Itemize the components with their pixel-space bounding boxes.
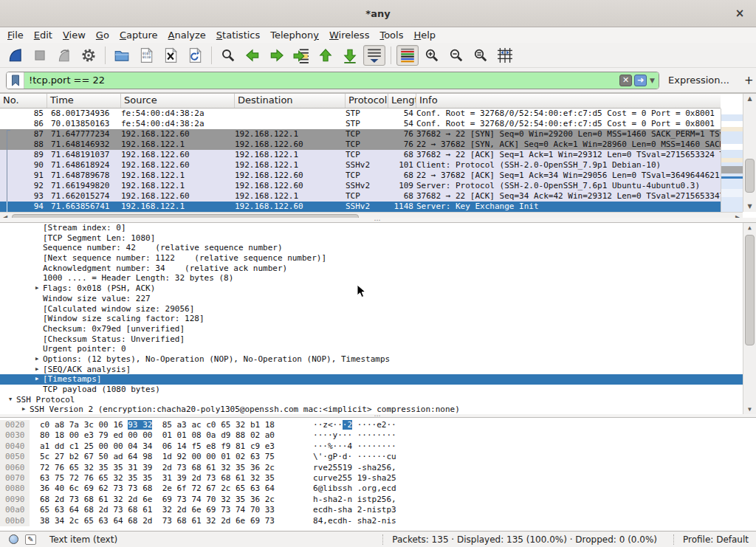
scroll-down-icon[interactable]: ▼ — [743, 202, 756, 212]
auto-scroll-icon[interactable] — [363, 45, 385, 66]
filter-apply-icon[interactable]: ➜ — [634, 75, 647, 86]
go-last-icon[interactable] — [339, 45, 361, 66]
zoom-out-icon[interactable] — [445, 45, 467, 66]
hex-row[interactable]: 0040a1 dd c1 25 00 00 04 34 06 14 f5 e8 … — [0, 441, 756, 452]
close-file-icon[interactable] — [159, 45, 182, 66]
detail-line[interactable]: ▶Flags: 0x018 (PSH, ACK) — [0, 283, 756, 294]
packet-row-87[interactable]: 8771.647777234192.168.122.60192.168.122.… — [0, 129, 721, 140]
open-file-icon[interactable] — [111, 45, 133, 66]
detail-line[interactable]: Urgent pointer: 0 — [0, 344, 756, 354]
hex-row[interactable]: 006072 76 65 32 35 35 31 39 2d 73 68 61 … — [0, 463, 756, 473]
detail-line[interactable]: [Stream index: 0] — [0, 223, 756, 233]
packet-row-93[interactable]: 9371.662015274192.168.122.60192.168.122.… — [0, 191, 721, 202]
scroll-down-icon[interactable]: ▼ — [743, 405, 756, 414]
close-icon[interactable]: × — [732, 6, 747, 21]
packet-row-94[interactable]: 9471.663856741192.168.122.1192.168.122.6… — [0, 202, 721, 212]
profile-button[interactable]: Profile: Default — [683, 534, 749, 545]
reload-file-icon[interactable] — [184, 45, 206, 66]
menu-edit[interactable]: Edit — [34, 30, 52, 41]
collapsed-arrow-icon[interactable]: ▶ — [31, 374, 43, 385]
menu-capture[interactable]: Capture — [120, 30, 158, 41]
scrollbar-thumb[interactable] — [745, 159, 755, 193]
display-filter-input[interactable] — [24, 75, 619, 86]
detail-line[interactable]: Acknowledgment number: 34 (relative ack … — [0, 264, 756, 274]
detail-line[interactable]: [TCP Segment Len: 1080] — [0, 233, 756, 244]
go-to-packet-icon[interactable] — [290, 45, 312, 66]
stop-capture-icon[interactable] — [29, 45, 51, 66]
expert-info-icon[interactable] — [9, 534, 18, 544]
go-back-icon[interactable] — [241, 45, 264, 66]
detail-line[interactable]: Checksum: 0x79ed [unverified] — [0, 324, 756, 334]
menu-analyze[interactable]: Analyze — [168, 30, 206, 41]
column-header-length[interactable]: Length — [388, 94, 416, 108]
hex-row[interactable]: 00a065 63 64 68 2d 73 68 61 32 2d 6e 69 … — [0, 505, 756, 515]
title-bar[interactable]: *any × — [0, 0, 756, 27]
column-header-protocol[interactable]: Protocol — [346, 94, 388, 108]
capture-options-icon[interactable] — [78, 45, 100, 66]
collapsed-arrow-icon[interactable]: ▶ — [18, 405, 30, 414]
zoom-100-icon[interactable] — [470, 45, 492, 66]
save-file-icon[interactable]: 01010110 — [135, 45, 157, 66]
packet-row-88[interactable]: 8871.648146932192.168.122.1192.168.122.6… — [0, 140, 721, 150]
menu-file[interactable]: File — [7, 30, 24, 41]
hex-row[interactable]: 0020c0 a8 7a 3c 00 16 93 32 85 a3 ac c0 … — [0, 420, 756, 430]
packet-row-92[interactable]: 9271.661949820192.168.122.1192.168.122.6… — [0, 181, 721, 191]
packet-row-90[interactable]: 9071.648618924192.168.122.60192.168.122.… — [0, 160, 721, 171]
scroll-up-icon[interactable]: ▲ — [743, 94, 756, 104]
detail-line[interactable]: ▶[SEQ/ACK analysis] — [0, 365, 756, 375]
detail-line[interactable]: [Checksum Status: Unverified] — [0, 334, 756, 345]
column-header-no[interactable]: No. — [0, 94, 47, 108]
scrollbar-thumb[interactable] — [745, 235, 755, 345]
packet-row-86[interactable]: 8670.013850163fe:54:00:d4:38:2aSTP54Conf… — [0, 119, 721, 129]
packet-row-85[interactable]: 8568.001734936fe:54:00:d4:38:2aSTP54Conf… — [0, 109, 721, 119]
go-first-icon[interactable] — [315, 45, 337, 66]
packet-row-89[interactable]: 8971.648191037192.168.122.60192.168.122.… — [0, 150, 721, 160]
hex-row[interactable]: 009068 2d 73 68 61 32 2d 6e 69 73 74 70 … — [0, 495, 756, 505]
resize-columns-icon[interactable] — [494, 45, 516, 66]
restart-capture-icon[interactable] — [53, 45, 75, 66]
scroll-up-icon[interactable]: ▲ — [743, 223, 756, 233]
menu-view[interactable]: View — [63, 30, 86, 41]
detail-line[interactable]: Window size value: 227 — [0, 294, 756, 304]
zoom-in-icon[interactable] — [421, 45, 443, 66]
menu-tools[interactable]: Tools — [379, 30, 403, 41]
column-header-source[interactable]: Source — [121, 94, 235, 108]
menu-statistics[interactable]: Statistics — [216, 30, 260, 41]
column-header-destination[interactable]: Destination — [235, 94, 346, 108]
expression-button[interactable]: Expression... — [668, 75, 729, 86]
bookmark-icon[interactable] — [7, 72, 24, 89]
detail-line[interactable]: ▼SSH Protocol — [0, 395, 756, 405]
detail-line[interactable]: ▶[Timestamps] — [0, 374, 756, 385]
detail-line[interactable]: TCP payload (1080 bytes) — [0, 385, 756, 395]
detail-line[interactable]: Sequence number: 42 (relative sequence n… — [0, 243, 756, 253]
packet-list-vscrollbar[interactable]: ▲ ▼ — [743, 94, 756, 212]
detail-line[interactable]: ▶Options: (12 bytes), No-Operation (NOP)… — [0, 354, 756, 365]
go-forward-icon[interactable] — [266, 45, 288, 66]
hex-row[interactable]: 00b038 34 2c 65 63 64 68 2d 73 68 61 32 … — [0, 516, 756, 526]
hex-row[interactable]: 003080 18 00 e3 79 ed 00 00 01 01 08 0a … — [0, 430, 756, 441]
start-capture-icon[interactable] — [4, 45, 27, 66]
column-header-info[interactable]: Info — [416, 94, 721, 108]
filter-clear-icon[interactable]: ✕ — [619, 75, 632, 86]
details-vscrollbar[interactable]: ▲ ▼ — [743, 223, 756, 414]
capture-comment-icon[interactable]: ✎ — [25, 534, 36, 545]
menu-help[interactable]: Help — [413, 30, 436, 41]
hex-row[interactable]: 007063 75 72 76 65 32 35 35 31 39 2d 73 … — [0, 473, 756, 484]
add-filter-button[interactable]: + — [744, 74, 754, 87]
detail-line[interactable]: [Window size scaling factor: 128] — [0, 314, 756, 324]
menu-telephony[interactable]: Telephony — [270, 30, 319, 41]
filter-dropdown-icon[interactable]: ▼ — [650, 77, 655, 84]
detail-line[interactable]: 1000 .... = Header Length: 32 bytes (8) — [0, 273, 756, 283]
hex-row[interactable]: 00505c 27 b2 67 50 ad 64 98 1d 92 00 00 … — [0, 452, 756, 462]
find-packet-icon[interactable] — [217, 45, 239, 66]
column-header-time[interactable]: Time — [47, 94, 121, 108]
collapsed-arrow-icon[interactable]: ▶ — [31, 365, 43, 375]
intelligent-scrollbar-minimap[interactable] — [721, 109, 743, 212]
hex-row[interactable]: 008036 40 6c 69 62 73 73 68 2e 6f 72 67 … — [0, 484, 756, 494]
collapsed-arrow-icon[interactable]: ▶ — [31, 283, 43, 294]
packet-row-91[interactable]: 9171.648789678192.168.122.1192.168.122.6… — [0, 171, 721, 181]
detail-line[interactable]: [Next sequence number: 1122 (relative se… — [0, 253, 756, 264]
colorize-icon[interactable] — [396, 45, 419, 66]
collapsed-arrow-icon[interactable]: ▶ — [31, 354, 43, 365]
menu-go[interactable]: Go — [96, 30, 109, 41]
